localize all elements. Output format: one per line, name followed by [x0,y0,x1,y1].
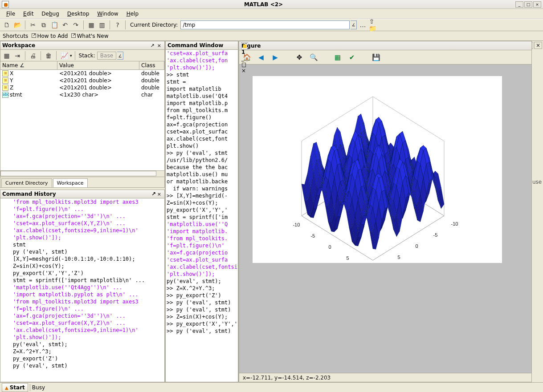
cmd-line: >> py ('eval', stmt) [166,299,238,306]
fig-close-button[interactable]: × [241,68,248,74]
simulink-icon[interactable]: ▦ [86,20,96,30]
delete-var-icon[interactable]: 🗑 [44,51,53,61]
history-line[interactable]: 'from mpl_toolkits.mplot3d import axes3 [0,198,164,206]
tab-current-directory[interactable]: Current Directory [1,178,52,187]
cmd-line: stmt = sprintf(['im [166,214,238,221]
history-line[interactable]: 'ax=f.gca(projection=''3d'')\n' ... [0,312,164,319]
history-line[interactable]: py('eval', stmt); [0,341,164,348]
menu-file[interactable]: File [3,10,19,18]
zoom-icon[interactable]: 🔍 [309,53,318,62]
history-line[interactable]: py ('eval', stmt) [0,362,164,369]
tab-workspace[interactable]: Workspace [53,178,88,187]
copy-icon[interactable]: ⧉ [39,20,49,30]
subplot-icon[interactable]: ▦ [333,53,343,62]
col-class[interactable]: Class [139,61,164,69]
back-icon[interactable]: ◀ [256,53,266,62]
history-line[interactable]: 'plt.show()']); [0,234,164,241]
cmd-line: or matplotlib.backe [166,178,238,185]
print-icon[interactable]: 🖨 [28,51,38,61]
history-line[interactable]: py_export('X','Y','Z') [0,270,164,277]
history-line[interactable]: 'ax=f.gca(projection=''3d'')\n' ... [0,213,164,220]
history-line[interactable]: 'plt.show()']); [0,334,164,341]
new-var-icon[interactable]: ▦ [2,51,12,61]
help-icon[interactable]: ? [113,20,122,30]
browse-folder-icon[interactable]: … [358,20,367,30]
panel-close-icon[interactable]: × [156,191,163,197]
undock-icon[interactable]: ↗ [151,191,156,197]
close-button[interactable]: × [533,1,541,8]
menu-window[interactable]: Window [94,10,122,18]
curdir-input[interactable] [180,20,350,29]
figure-close-icon[interactable]: × [534,42,542,49]
stack-select[interactable]: Base [97,52,116,60]
history-line[interactable]: 'cset=ax.plot_surface(X,Y,Z)\n' ... [0,319,164,327]
history-line[interactable]: 'cset=ax.plot_surface(X,Y,Z)\n' ... [0,220,164,227]
start-button[interactable]: Start [2,383,28,392]
col-value[interactable]: Value [57,61,139,69]
fig-maximize-button[interactable]: □ [241,61,248,68]
undo-icon[interactable]: ↶ [60,20,70,30]
new-file-icon[interactable]: 🗋 [2,20,12,30]
svg-text:-10: -10 [451,221,458,226]
pan-icon[interactable]: ✥ [294,53,304,62]
fig-minimize-button[interactable]: _ [241,55,248,61]
table-row[interactable]: ⊞X<201x201 double>double [0,70,164,77]
cmd-line: >> Z=X.^2+Y.^3; [166,285,238,292]
panel-close-icon[interactable]: × [156,43,163,48]
menu-edit[interactable]: Edit [20,10,37,18]
stack-dropdown-icon[interactable]: ∠ [117,52,123,60]
menu-debug[interactable]: Debug [38,10,62,18]
save-icon[interactable]: 💾 [371,53,381,62]
history-line[interactable]: 'f=plt.figure()\n' ... [0,305,164,312]
undock-icon[interactable]: ↗ [149,43,156,48]
history-line[interactable]: 'ax.clabel(cset,fontsize=9,inline=1)\n' [0,327,164,334]
plot-area[interactable]: -1.5-1.0-0.50.00.51.01.5-10-50510-10-505… [253,76,502,263]
table-row[interactable]: ⊞Y<201x201 double>double [0,77,164,84]
history-line[interactable]: 'matplotlib.use(''Qt4Agg'')\n' ... [0,284,164,291]
table-row[interactable]: ⊞Z<201x201 double>double [0,84,164,91]
maximize-button[interactable]: □ [524,1,532,8]
minimize-button[interactable]: _ [515,1,523,8]
cmd-line: >> py_export('X','Y','Z') [166,320,238,327]
command-window[interactable]: 'cset=ax.plot_surfa'ax.clabel(cset,fon'p… [165,50,238,382]
forward-icon[interactable]: ▶ [270,53,280,62]
menu-desktop[interactable]: Desktop [64,10,93,18]
history-line[interactable]: 'ax.clabel(cset,fontsize=9,inline=1)\n' [0,227,164,234]
shortcut-howto[interactable]: How to Add [32,33,68,39]
history-line[interactable]: Z=X.^2+Y.^3; [0,348,164,355]
history-line[interactable]: py ('eval', stmt) [0,248,164,255]
table-row[interactable]: abcstmt<1x230 char>char [0,91,164,98]
app-logo-icon [2,1,9,8]
redo-icon[interactable]: ↷ [71,20,81,30]
menu-help[interactable]: Help [123,10,142,18]
guide-icon[interactable]: ▥ [97,20,107,30]
plot-icon[interactable]: 📈 [59,51,69,61]
cmd-line: 'f=plt.figure()\n' [166,242,238,249]
history-line[interactable]: stmt [0,241,164,248]
command-history-list[interactable]: 'from mpl_toolkits.mplot3d import axes3'… [0,198,165,382]
workspace-toolbar: ▦ ⇥ 🖨 🗑 📈 ▾ Stack: Base ∠ [0,50,165,61]
cmd-line: because the the bac [166,164,238,171]
import-icon[interactable]: ⇥ [12,51,22,61]
history-line[interactable]: 'f=plt.figure()\n' ... [0,206,164,213]
history-line[interactable]: py_export('Z') [0,355,164,362]
curdir-dropdown-icon[interactable]: ∠ [351,20,357,29]
shortcut-whatsnew[interactable]: What's New [71,33,108,39]
workspace-hscroll[interactable] [0,170,164,177]
up-folder-icon[interactable]: ⇧📁 [368,20,378,30]
var-icon: ⊞ [2,70,8,77]
paste-icon[interactable]: 📋 [49,20,59,30]
cmd-line: 'cset=ax.plot_surfa [166,50,238,57]
col-name[interactable]: Name ∠ [0,61,57,69]
open-file-icon[interactable]: 📂 [12,20,22,30]
dropdown-icon[interactable]: ▾ [70,53,72,58]
history-line[interactable]: 'import matplotlib.pyplot as plt\n' ... [0,291,164,298]
history-line[interactable]: [X,Y]=meshgrid(-10:0.1:10,-10:0.1:10); [0,255,164,263]
figure-canvas[interactable]: -1.5-1.0-0.50.00.51.01.5-10-50510-10-505… [239,65,531,373]
ok-icon[interactable]: ✔ [347,53,357,62]
history-line[interactable]: 'from mpl_toolkits.mplot3d import axes3 [0,298,164,305]
cmd-line: matplotlib.use('Qt4 [166,93,238,100]
history-line[interactable]: stmt = sprintf(['import matplotlib\n' ..… [0,277,164,284]
cut-icon[interactable]: ✂ [28,20,38,30]
history-line[interactable]: Z=sin(X)+cos(Y); [0,263,164,270]
